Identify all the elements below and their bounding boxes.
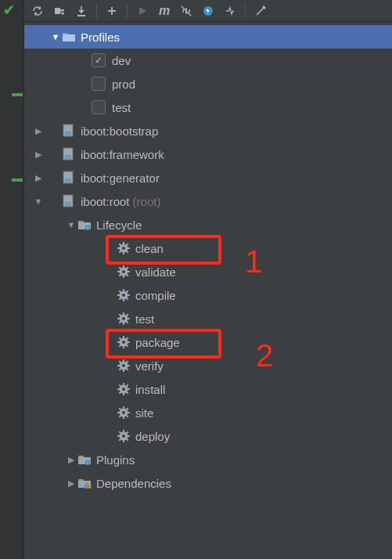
goal-label: site	[135, 406, 153, 420]
svg-rect-50	[117, 318, 120, 319]
maven-module-icon: m	[62, 171, 76, 185]
lifecycle-goal-test[interactable]: test	[24, 307, 392, 330]
chevron-right-icon[interactable]: ▶	[32, 173, 45, 183]
svg-rect-30	[117, 271, 120, 272]
skip-tests-icon[interactable]	[220, 2, 240, 20]
module-label: iboot:framework	[81, 148, 164, 161]
lifecycle-goal-package[interactable]: package	[24, 330, 392, 354]
svg-rect-19	[123, 252, 124, 254]
lifecycle-goal-install[interactable]: install	[24, 377, 392, 401]
profile-item[interactable]: ✓dev	[24, 49, 392, 72]
svg-rect-51	[128, 318, 130, 319]
goal-label: deploy	[135, 430, 170, 443]
plugins-label: Plugins	[96, 453, 135, 467]
module-node[interactable]: ▶miboot:generator	[24, 166, 392, 189]
dependencies-label: Dependencies	[96, 477, 171, 490]
toolbar-separator	[96, 4, 97, 18]
generate-sources-icon[interactable]	[49, 2, 70, 20]
chevron-right-icon[interactable]: ▶	[65, 455, 77, 465]
folder-plugins-icon	[77, 453, 92, 467]
lifecycle-label: Lifecycle	[96, 218, 142, 232]
lifecycle-node[interactable]: ▼ Lifecycle	[24, 213, 392, 236]
profiles-node[interactable]: ▼ Profiles	[24, 25, 392, 49]
svg-point-77	[122, 388, 125, 391]
download-icon[interactable]	[71, 2, 92, 20]
goal-label: clean	[135, 242, 164, 255]
svg-rect-40	[117, 294, 120, 296]
profile-label: dev	[112, 54, 131, 67]
refresh-icon[interactable]	[27, 2, 48, 20]
module-label: iboot:generator	[81, 171, 160, 185]
folder-lifecycle-icon	[77, 218, 92, 232]
lifecycle-goal-site[interactable]: site	[24, 401, 392, 424]
gear-icon	[117, 406, 131, 420]
svg-rect-101	[128, 435, 130, 437]
svg-rect-61	[128, 341, 130, 343]
toggle-offline-icon[interactable]	[176, 2, 196, 20]
editor-gutter: ✔	[0, 0, 23, 559]
add-icon[interactable]	[102, 2, 122, 20]
svg-point-107	[87, 462, 88, 463]
svg-rect-81	[128, 388, 130, 390]
gear-icon	[117, 429, 131, 443]
svg-point-87	[122, 411, 125, 414]
svg-point-27	[122, 270, 125, 273]
svg-rect-91	[128, 412, 130, 413]
chevron-right-icon[interactable]: ▶	[32, 126, 45, 136]
svg-point-37	[122, 294, 125, 297]
checkbox[interactable]	[92, 77, 106, 91]
settings-icon[interactable]	[250, 2, 271, 20]
svg-rect-59	[123, 346, 124, 348]
checkbox[interactable]	[92, 100, 106, 114]
module-node[interactable]: ▶miboot:bootstrap	[24, 119, 392, 142]
lifecycle-goal-deploy[interactable]: deploy	[24, 424, 392, 448]
profile-label: prod	[112, 78, 135, 91]
svg-text:m: m	[65, 176, 71, 184]
module-label: iboot:bootstrap	[81, 124, 158, 138]
lifecycle-goal-clean[interactable]: clean	[24, 236, 392, 260]
maven-toolbar: m	[24, 0, 392, 22]
gear-icon	[117, 312, 131, 326]
goal-label: validate	[135, 265, 176, 279]
svg-rect-20	[117, 247, 120, 249]
profiles-label: Profiles	[81, 31, 120, 44]
svg-point-17	[122, 247, 125, 250]
profile-label: test	[112, 101, 131, 114]
svg-rect-99	[123, 440, 124, 442]
m-icon[interactable]: m	[154, 2, 174, 20]
svg-rect-29	[123, 276, 124, 278]
dependencies-node[interactable]: ▶ Dependencies	[24, 471, 392, 495]
execute-icon[interactable]	[198, 2, 218, 20]
gutter-marker	[12, 179, 23, 182]
checkbox[interactable]: ✓	[92, 53, 106, 67]
svg-rect-48	[123, 312, 124, 315]
run-icon[interactable]	[132, 2, 153, 20]
svg-rect-58	[123, 336, 124, 338]
module-suffix: (root)	[133, 195, 161, 208]
svg-rect-28	[123, 265, 124, 268]
svg-point-57	[122, 341, 125, 344]
svg-rect-110	[89, 485, 92, 489]
chevron-down-icon[interactable]: ▼	[65, 220, 77, 229]
chevron-right-icon[interactable]: ▶	[65, 478, 77, 489]
lifecycle-goal-verify[interactable]: verify	[24, 354, 392, 377]
chevron-down-icon[interactable]: ▼	[49, 32, 62, 41]
profile-item[interactable]: test	[24, 96, 392, 119]
goal-label: compile	[135, 289, 176, 302]
lifecycle-goal-validate[interactable]: validate	[24, 260, 392, 283]
folder-profiles-icon	[62, 30, 76, 44]
maven-module-icon: m	[62, 194, 76, 208]
chevron-right-icon[interactable]: ▶	[32, 150, 45, 160]
svg-rect-31	[128, 271, 130, 272]
module-node[interactable]: ▶miboot:framework	[24, 142, 392, 166]
gear-icon	[117, 359, 131, 373]
profile-item[interactable]: prod	[24, 72, 392, 96]
module-root-node[interactable]: ▼ m iboot:root (root)	[24, 189, 392, 213]
svg-rect-39	[123, 299, 124, 301]
plugins-node[interactable]: ▶ Plugins	[24, 448, 392, 471]
lifecycle-goal-compile[interactable]: compile	[24, 283, 392, 307]
chevron-down-icon[interactable]: ▼	[32, 197, 45, 206]
svg-rect-100	[117, 435, 120, 437]
goal-label: package	[135, 336, 180, 349]
maven-tool-window: m ▼ Profiles ✓devprodtest ▶miboot:boo	[23, 0, 392, 559]
